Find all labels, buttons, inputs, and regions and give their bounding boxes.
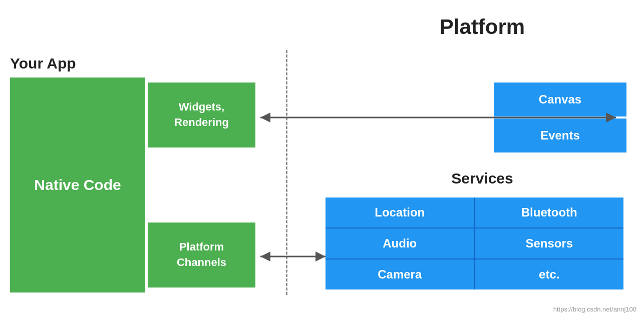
platform-channels-label: PlatformChannels xyxy=(177,240,226,270)
services-title: Services xyxy=(320,170,644,187)
watermark: https://blog.csdn.net/annj100 xyxy=(553,306,636,313)
your-app-title: Your App xyxy=(10,55,76,72)
services-row-1: Location Bluetooth xyxy=(326,198,623,228)
location-cell: Location xyxy=(326,198,475,228)
etc-cell: etc. xyxy=(475,260,624,290)
sensors-cell: Sensors xyxy=(475,228,624,258)
bluetooth-cell: Bluetooth xyxy=(475,198,624,228)
platform-title: Platform xyxy=(320,15,644,39)
svg-marker-4 xyxy=(260,252,270,262)
audio-cell: Audio xyxy=(326,228,475,258)
svg-marker-2 xyxy=(606,112,616,122)
services-row-2: Audio Sensors xyxy=(326,228,623,260)
services-grid: Location Bluetooth Audio Sensors Camera … xyxy=(326,198,623,290)
svg-marker-1 xyxy=(260,112,270,122)
native-code-label: Native Code xyxy=(34,176,121,194)
widgets-rendering-label: Widgets,Rendering xyxy=(174,100,229,130)
camera-cell: Camera xyxy=(326,260,475,290)
services-row-3: Camera etc. xyxy=(326,260,623,290)
platform-channels-block: PlatformChannels xyxy=(148,222,255,288)
diagram-container: Platform Your App Services Native Code W… xyxy=(0,0,644,317)
native-code-block: Native Code xyxy=(10,78,145,292)
channels-arrow xyxy=(253,244,333,269)
widgets-arrow xyxy=(253,105,623,130)
widgets-rendering-block: Widgets,Rendering xyxy=(148,82,255,148)
svg-marker-5 xyxy=(315,252,326,262)
